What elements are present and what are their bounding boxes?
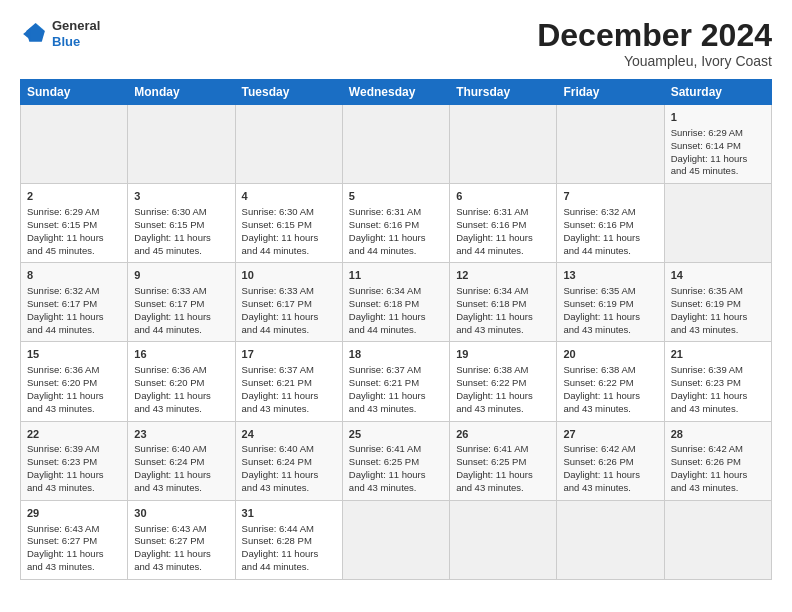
empty-cell bbox=[21, 105, 128, 184]
table-row: 4Sunrise: 6:30 AMSunset: 6:15 PMDaylight… bbox=[235, 184, 342, 263]
empty-cell bbox=[235, 105, 342, 184]
title-block: December 2024 Youampleu, Ivory Coast bbox=[537, 18, 772, 69]
table-row: 23Sunrise: 6:40 AMSunset: 6:24 PMDayligh… bbox=[128, 421, 235, 500]
svg-marker-2 bbox=[23, 27, 31, 39]
table-row: 13Sunrise: 6:35 AMSunset: 6:19 PMDayligh… bbox=[557, 263, 664, 342]
col-tuesday: Tuesday bbox=[235, 80, 342, 105]
col-saturday: Saturday bbox=[664, 80, 771, 105]
table-row: 31Sunrise: 6:44 AMSunset: 6:28 PMDayligh… bbox=[235, 500, 342, 579]
table-row: 24Sunrise: 6:40 AMSunset: 6:24 PMDayligh… bbox=[235, 421, 342, 500]
table-row: 15Sunrise: 6:36 AMSunset: 6:20 PMDayligh… bbox=[21, 342, 128, 421]
table-row: 14Sunrise: 6:35 AMSunset: 6:19 PMDayligh… bbox=[664, 263, 771, 342]
table-row: 5Sunrise: 6:31 AMSunset: 6:16 PMDaylight… bbox=[342, 184, 449, 263]
empty-cell bbox=[128, 105, 235, 184]
location-subtitle: Youampleu, Ivory Coast bbox=[537, 53, 772, 69]
table-row: 10Sunrise: 6:33 AMSunset: 6:17 PMDayligh… bbox=[235, 263, 342, 342]
table-row: 6Sunrise: 6:31 AMSunset: 6:16 PMDaylight… bbox=[450, 184, 557, 263]
table-row: 19Sunrise: 6:38 AMSunset: 6:22 PMDayligh… bbox=[450, 342, 557, 421]
table-row: 1Sunrise: 6:29 AMSunset: 6:14 PMDaylight… bbox=[664, 105, 771, 184]
table-row: 20Sunrise: 6:38 AMSunset: 6:22 PMDayligh… bbox=[557, 342, 664, 421]
table-row: 29Sunrise: 6:43 AMSunset: 6:27 PMDayligh… bbox=[21, 500, 128, 579]
empty-cell bbox=[450, 105, 557, 184]
table-row: 22Sunrise: 6:39 AMSunset: 6:23 PMDayligh… bbox=[21, 421, 128, 500]
table-row: 7Sunrise: 6:32 AMSunset: 6:16 PMDaylight… bbox=[557, 184, 664, 263]
table-row: 18Sunrise: 6:37 AMSunset: 6:21 PMDayligh… bbox=[342, 342, 449, 421]
logo-icon bbox=[20, 20, 48, 48]
table-row: 17Sunrise: 6:37 AMSunset: 6:21 PMDayligh… bbox=[235, 342, 342, 421]
table-row: 2Sunrise: 6:29 AMSunset: 6:15 PMDaylight… bbox=[21, 184, 128, 263]
table-row: 30Sunrise: 6:43 AMSunset: 6:27 PMDayligh… bbox=[128, 500, 235, 579]
col-monday: Monday bbox=[128, 80, 235, 105]
logo-blue: Blue bbox=[52, 34, 100, 50]
calendar-header-row: Sunday Monday Tuesday Wednesday Thursday… bbox=[21, 80, 772, 105]
page: General Blue December 2024 Youampleu, Iv… bbox=[0, 0, 792, 612]
table-row: 3Sunrise: 6:30 AMSunset: 6:15 PMDaylight… bbox=[128, 184, 235, 263]
empty-cell bbox=[664, 184, 771, 263]
table-row: 26Sunrise: 6:41 AMSunset: 6:25 PMDayligh… bbox=[450, 421, 557, 500]
calendar-table: Sunday Monday Tuesday Wednesday Thursday… bbox=[20, 79, 772, 580]
logo-text: General Blue bbox=[52, 18, 100, 49]
table-row: 9Sunrise: 6:33 AMSunset: 6:17 PMDaylight… bbox=[128, 263, 235, 342]
month-title: December 2024 bbox=[537, 18, 772, 53]
col-friday: Friday bbox=[557, 80, 664, 105]
table-row: 16Sunrise: 6:36 AMSunset: 6:20 PMDayligh… bbox=[128, 342, 235, 421]
empty-cell bbox=[342, 105, 449, 184]
empty-cell bbox=[557, 105, 664, 184]
empty-cell bbox=[342, 500, 449, 579]
table-row: 21Sunrise: 6:39 AMSunset: 6:23 PMDayligh… bbox=[664, 342, 771, 421]
empty-cell bbox=[450, 500, 557, 579]
table-row: 28Sunrise: 6:42 AMSunset: 6:26 PMDayligh… bbox=[664, 421, 771, 500]
logo-general: General bbox=[52, 18, 100, 34]
empty-cell bbox=[664, 500, 771, 579]
col-sunday: Sunday bbox=[21, 80, 128, 105]
logo: General Blue bbox=[20, 18, 100, 49]
table-row: 12Sunrise: 6:34 AMSunset: 6:18 PMDayligh… bbox=[450, 263, 557, 342]
table-row: 8Sunrise: 6:32 AMSunset: 6:17 PMDaylight… bbox=[21, 263, 128, 342]
table-row: 27Sunrise: 6:42 AMSunset: 6:26 PMDayligh… bbox=[557, 421, 664, 500]
header: General Blue December 2024 Youampleu, Iv… bbox=[20, 18, 772, 69]
table-row: 11Sunrise: 6:34 AMSunset: 6:18 PMDayligh… bbox=[342, 263, 449, 342]
col-thursday: Thursday bbox=[450, 80, 557, 105]
table-row: 25Sunrise: 6:41 AMSunset: 6:25 PMDayligh… bbox=[342, 421, 449, 500]
empty-cell bbox=[557, 500, 664, 579]
col-wednesday: Wednesday bbox=[342, 80, 449, 105]
